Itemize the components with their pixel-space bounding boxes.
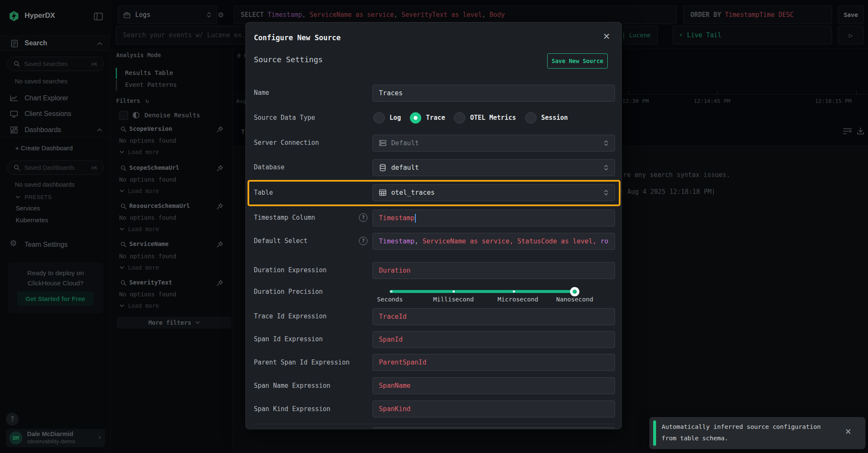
date-range-fragment: ) Aug 4 2025 12:18:18 PM) (620, 188, 715, 196)
sidebar-item-client-sessions[interactable]: Client Sessions (0, 108, 111, 119)
help-circle-icon[interactable]: ? (359, 213, 367, 222)
facet-load-more[interactable]: Load more (120, 188, 159, 194)
slider-tick (453, 290, 455, 293)
saved-dashboards-input[interactable]: Saved Dashboards ⌘K (7, 160, 104, 175)
radio-option-session[interactable]: Session (525, 112, 568, 124)
chevron-updown-icon (604, 189, 609, 196)
field-label-database: Database (254, 163, 284, 171)
order-by-input[interactable]: ORDER BY TimestampTime DESC (683, 6, 832, 24)
table-select[interactable]: otel_traces (373, 184, 615, 201)
user-menu[interactable]: DM Dale McDiarmid observability-demo › (6, 429, 105, 447)
mode-event-patterns[interactable]: Event Patterns (125, 81, 177, 88)
live-tail-button[interactable]: ⚡ Live Tail (673, 26, 832, 44)
facet-load-more[interactable]: Load more (120, 149, 159, 155)
facet-name[interactable]: ScopeSchemaUrl (129, 164, 179, 171)
name-input[interactable]: Traces (373, 85, 615, 102)
slider-label-millisecond[interactable]: Millisecond (433, 296, 474, 303)
get-started-button[interactable]: Get Started for Free (17, 291, 94, 306)
refresh-icon[interactable]: ↻ (145, 97, 149, 105)
default-select-input[interactable]: Timestamp, ServiceName as service, Statu… (373, 233, 615, 250)
run-query-button[interactable]: ▷ (838, 26, 864, 44)
save-new-source-button[interactable]: Save New Source (547, 53, 608, 69)
pin-icon[interactable] (216, 165, 223, 172)
slider-label-nanosecond[interactable]: Nanosecond (556, 296, 593, 303)
sidebar-item-dashboards[interactable]: Dashboards (0, 124, 111, 135)
facet-load-more[interactable]: Load more (120, 302, 159, 309)
slider-label-microsecond[interactable]: Microsecond (498, 296, 538, 303)
monitor-icon (10, 110, 18, 118)
filters-label: Filters (116, 97, 140, 104)
span-id-input[interactable]: SpanId (373, 331, 615, 348)
axis-label: 12:18:15 PM (815, 98, 851, 104)
timestamp-column-input[interactable]: Timestamp (373, 210, 615, 226)
sidebar-item-kubernetes[interactable]: Kubernetes (16, 216, 48, 224)
slider-handle[interactable] (570, 287, 579, 296)
no-saved-dashboards-text: No saved dashboards (15, 181, 75, 188)
chevron-updown-icon (206, 12, 211, 18)
line-chart-icon (10, 94, 18, 102)
facet-name[interactable]: ScopeVersion (129, 125, 172, 132)
saved-searches-input[interactable]: Saved Searches ⌘K (7, 57, 104, 71)
span-kind-input[interactable]: SpanKind (373, 401, 615, 417)
configure-source-modal: Configure New Source × Source Settings S… (245, 22, 622, 429)
gear-icon[interactable]: ⚙ (218, 9, 223, 19)
more-filters-button[interactable]: More filters (117, 317, 231, 329)
help-circle-icon[interactable]: ? (359, 237, 367, 245)
facet-empty-text: No options found (119, 214, 176, 221)
radio-option-trace[interactable]: Trace (410, 112, 445, 124)
span-name-value: SpanName (379, 382, 411, 389)
duration-expression-input[interactable]: Duration (373, 262, 615, 279)
database-select[interactable]: default (373, 159, 615, 176)
slider-label-seconds[interactable]: Seconds (377, 296, 403, 303)
field-label-parent-span-id: Parent Span Id Expression (254, 358, 350, 367)
radio-label: Trace (426, 114, 445, 122)
sidebar: HyperDX Search Saved Searches ⌘K No save… (0, 0, 111, 453)
next-field-input-partial[interactable] (373, 427, 615, 429)
pin-icon[interactable] (216, 241, 223, 248)
sidebar-item-chart-explorer[interactable]: Chart Explorer (0, 93, 111, 104)
create-dashboard-button[interactable]: + Create Dashboard (15, 144, 73, 152)
wrap-lines-icon[interactable] (843, 127, 853, 135)
radio-option-otel-metrics[interactable]: OTEL Metrics (454, 112, 516, 124)
source-select[interactable]: Logs (118, 6, 217, 24)
query-segment: ServiceName as service (423, 238, 509, 245)
pin-icon[interactable] (216, 203, 223, 210)
save-button[interactable]: Save (838, 6, 864, 24)
facet-load-more[interactable]: Load more (120, 264, 159, 271)
denoise-checkbox[interactable] (119, 111, 128, 120)
trace-id-input[interactable]: TraceId (373, 308, 615, 325)
mode-indicator (116, 80, 117, 91)
lucene-badge[interactable]: | Lucene (622, 32, 651, 39)
close-icon[interactable]: × (845, 426, 851, 436)
mode-results-table[interactable]: Results Table (125, 69, 173, 76)
duration-precision-slider[interactable] (389, 287, 575, 296)
dashboards-grid-icon (10, 126, 18, 134)
sidebar-item-services[interactable]: Services (16, 204, 40, 212)
database-icon (379, 164, 387, 171)
close-icon[interactable]: × (603, 30, 610, 41)
facet-name[interactable]: ResourceSchemaUrl (129, 202, 190, 209)
pin-icon[interactable] (216, 126, 223, 133)
presets-toggle[interactable]: PRESETS (15, 193, 52, 201)
saved-dashboards-placeholder: Saved Dashboards (24, 164, 91, 171)
slider-tick (513, 290, 515, 293)
denoise-row[interactable]: Denoise Results (119, 110, 200, 120)
facet-load-more[interactable]: Load more (120, 226, 159, 232)
axis-tick (717, 91, 718, 94)
pin-icon[interactable] (216, 279, 223, 287)
help-button[interactable]: ? (6, 413, 19, 425)
facet-name[interactable]: ServiceName (129, 240, 169, 247)
sidebar-item-search[interactable]: Search (0, 36, 111, 51)
download-icon[interactable] (857, 127, 865, 135)
collapse-sidebar-icon[interactable] (94, 12, 103, 22)
radio-option-log[interactable]: Log (373, 112, 401, 124)
span-name-input[interactable]: SpanName (373, 377, 615, 394)
select-query-input[interactable]: SELECT Timestamp, ServiceName as service… (234, 6, 676, 24)
parent-span-id-input[interactable]: ParentSpanId (373, 354, 615, 371)
sidebar-item-team-settings[interactable]: ⚙ Team Settings (0, 239, 111, 250)
server-connection-select[interactable]: Default (373, 135, 615, 152)
toast-message-line1: Automatically inferred source configurat… (662, 423, 821, 430)
shortcut-hint: ⌘K (91, 61, 97, 67)
axis-tick (856, 91, 857, 94)
facet-name[interactable]: SeverityText (129, 279, 172, 286)
